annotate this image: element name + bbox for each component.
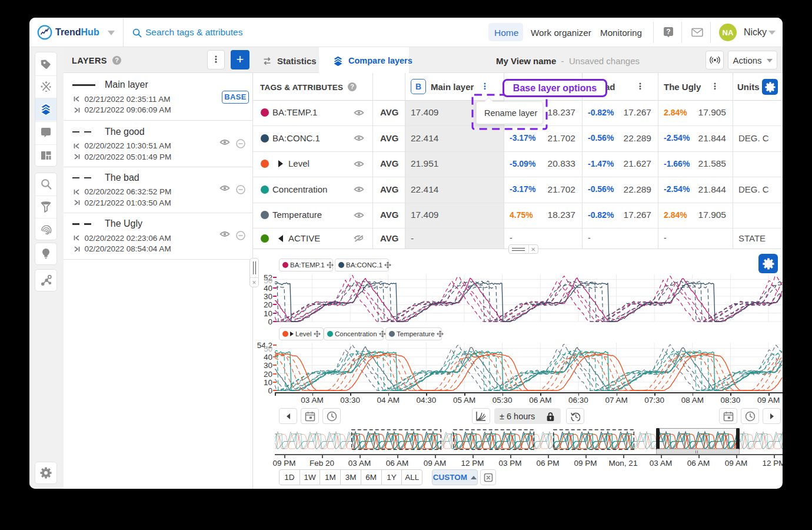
svg-text:?: ? bbox=[666, 28, 670, 36]
svg-text:?: ? bbox=[350, 83, 354, 90]
svg-text:?: ? bbox=[115, 57, 119, 64]
